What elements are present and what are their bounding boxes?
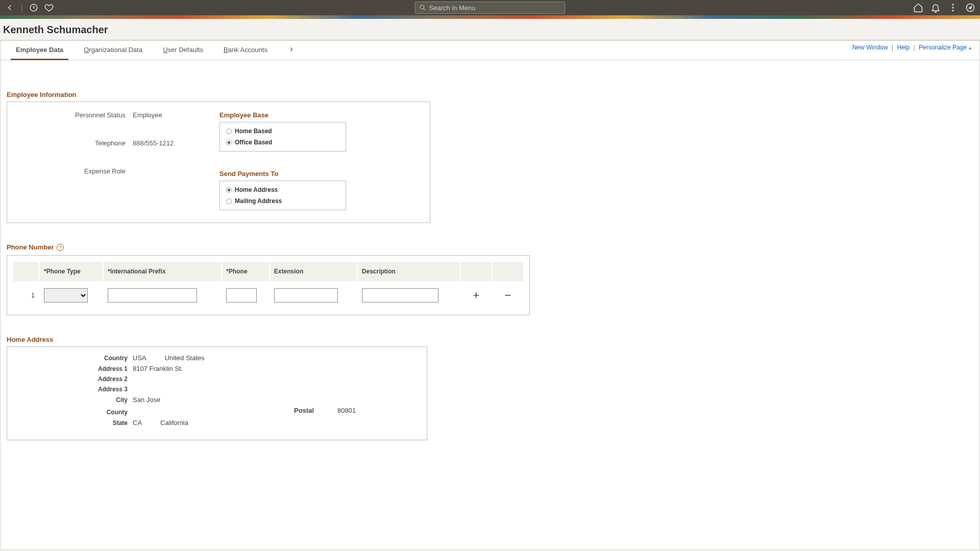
content-wrapper[interactable]: New Window | Help | Personalize Page▲ Em… — [0, 40, 980, 550]
address1-value: 8107 Franklin St. — [133, 365, 183, 372]
postal-label: Postal — [294, 407, 314, 414]
city-value: San Jose — [133, 396, 160, 404]
favorite-icon[interactable] — [43, 2, 55, 13]
top-nav-bar — [0, 0, 980, 15]
tabs-more-icon[interactable] — [288, 46, 295, 60]
phone-number-title: Phone Number — [7, 243, 54, 251]
back-icon[interactable] — [4, 2, 15, 13]
state-name: California — [160, 419, 188, 427]
employee-info-box: Personnel Status Employee Telephone 888/… — [7, 102, 430, 223]
phone-grid: *Phone Type *International Prefix *Phone… — [12, 261, 524, 310]
radio-office-based[interactable]: Office Based — [226, 137, 339, 148]
country-label: Country — [15, 355, 133, 362]
delete-row-icon[interactable]: − — [501, 289, 514, 302]
expense-role-label: Expense Role — [15, 167, 133, 175]
tabs: Employee Data Organizational Data User D… — [1, 41, 979, 60]
radio-icon — [226, 198, 232, 204]
postal-value: 80801 — [337, 407, 356, 414]
actions-menu-icon[interactable] — [947, 2, 959, 13]
col-intl-prefix: *International Prefix — [104, 262, 221, 281]
radio-icon — [226, 140, 232, 145]
description-input[interactable] — [362, 288, 438, 303]
personnel-status-label: Personnel Status — [15, 111, 133, 119]
page-title: Kenneth Schumacher — [3, 24, 977, 36]
phone-type-select[interactable] — [44, 288, 88, 303]
notifications-icon[interactable] — [930, 2, 941, 13]
employee-info-title: Employee Information — [7, 91, 973, 98]
col-description: Description — [358, 262, 460, 281]
state-code: CA — [133, 419, 142, 427]
col-phone-type: *Phone Type — [40, 262, 103, 281]
nav-divider — [21, 3, 22, 12]
city-label: City — [15, 396, 133, 404]
send-payments-title: Send Payments To — [219, 170, 422, 178]
personnel-status-value: Employee — [133, 111, 162, 119]
state-label: State — [15, 419, 133, 427]
telephone-label: Telephone — [15, 139, 133, 147]
country-name: United States — [165, 354, 205, 362]
search-input[interactable] — [429, 4, 561, 12]
search-icon — [420, 4, 426, 11]
decorative-strip — [0, 15, 980, 19]
add-row-icon[interactable]: + — [470, 289, 483, 302]
col-phone: *Phone — [222, 262, 269, 281]
phone-input[interactable] — [226, 288, 257, 303]
radio-home-address[interactable]: Home Address — [226, 184, 339, 195]
tab-user-defaults[interactable]: User Defaults — [163, 46, 203, 60]
radio-home-based-label: Home Based — [235, 128, 272, 135]
row-number: 1 — [13, 282, 39, 309]
history-icon[interactable] — [28, 2, 39, 13]
tab-bank-accounts[interactable]: Bank Accounts — [224, 46, 267, 60]
svg-point-3 — [952, 7, 953, 8]
svg-point-1 — [420, 5, 424, 9]
telephone-value: 888/555-1212 — [133, 139, 174, 147]
home-address-box: Country USA United States Address 1 8107… — [7, 346, 427, 440]
phone-row: 1 + − — [13, 282, 523, 309]
country-code: USA — [133, 354, 146, 362]
employee-base-group: Home Based Office Based — [219, 122, 346, 152]
svg-point-4 — [952, 10, 953, 11]
address2-label: Address 2 — [15, 375, 133, 383]
radio-home-based[interactable]: Home Based — [226, 126, 339, 137]
extension-input[interactable] — [274, 288, 338, 303]
search-box[interactable] — [415, 2, 566, 14]
home-icon[interactable] — [913, 2, 924, 13]
county-label: County — [15, 409, 133, 416]
radio-home-address-label: Home Address — [235, 186, 278, 193]
phone-help-icon[interactable]: ? — [57, 244, 64, 251]
employee-base-title: Employee Base — [219, 111, 422, 119]
tab-organizational-data[interactable]: Organizational Data — [84, 46, 142, 60]
page-title-bar: Kenneth Schumacher — [0, 19, 980, 40]
phone-grid-box: *Phone Type *International Prefix *Phone… — [7, 255, 530, 315]
svg-point-2 — [952, 4, 953, 6]
radio-office-based-label: Office Based — [235, 139, 272, 146]
intl-prefix-input[interactable] — [108, 288, 197, 303]
radio-mailing-address[interactable]: Mailing Address — [226, 195, 339, 207]
address1-label: Address 1 — [15, 365, 133, 372]
nav-compass-icon[interactable] — [965, 2, 976, 13]
send-payments-group: Home Address Mailing Address — [219, 181, 346, 210]
tab-employee-data[interactable]: Employee Data — [16, 46, 63, 60]
col-extension: Extension — [270, 262, 357, 281]
address3-label: Address 3 — [15, 386, 133, 393]
radio-icon — [226, 129, 232, 134]
radio-mailing-address-label: Mailing Address — [235, 197, 282, 205]
home-address-title: Home Address — [7, 336, 973, 343]
radio-icon — [226, 187, 232, 193]
